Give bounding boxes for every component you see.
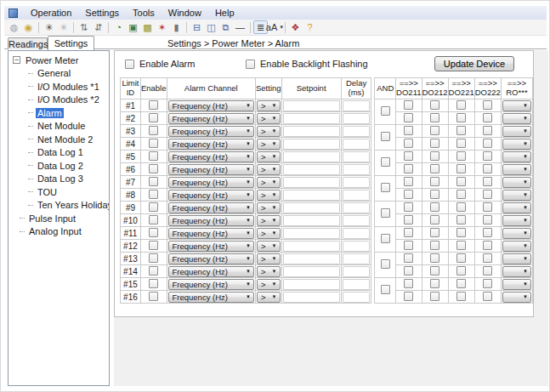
alarm-channel-select[interactable]: Frequency (Hz)▼ — [168, 292, 254, 303]
setpoint-input[interactable] — [283, 139, 340, 150]
expand-arrows-icon[interactable]: ⇵ — [91, 20, 105, 34]
do222-checkbox[interactable] — [483, 139, 492, 148]
do222-checkbox[interactable] — [483, 202, 492, 212]
delay-input[interactable] — [343, 164, 371, 175]
alarm-channel-select[interactable]: Frequency (Hz)▼ — [168, 190, 254, 201]
do211-checkbox[interactable] — [404, 190, 413, 199]
delay-input[interactable] — [343, 292, 371, 303]
split-horizontal-icon[interactable]: ⊟ — [190, 20, 204, 34]
do221-checkbox[interactable] — [456, 164, 466, 173]
setpoint-input[interactable] — [283, 190, 340, 201]
setpoint-input[interactable] — [283, 279, 340, 290]
do212-checkbox[interactable] — [430, 241, 439, 250]
tree-item-power-meter[interactable]: −Power Meter — [9, 54, 109, 67]
do221-checkbox[interactable] — [456, 215, 466, 224]
setting-select[interactable]: >▼ — [257, 100, 281, 111]
ro-select[interactable]: ▼ — [502, 151, 531, 162]
do212-checkbox[interactable] — [430, 279, 439, 288]
ro-select[interactable]: ▼ — [502, 279, 531, 290]
enable-checkbox[interactable] — [149, 202, 158, 212]
alarm-channel-select[interactable]: Frequency (Hz)▼ — [168, 241, 254, 252]
ro-select[interactable]: ▼ — [502, 164, 531, 175]
delay-input[interactable] — [343, 113, 371, 124]
do211-checkbox[interactable] — [404, 113, 413, 122]
setting-select[interactable]: >▼ — [257, 151, 281, 162]
setpoint-input[interactable] — [283, 164, 340, 175]
do221-checkbox[interactable] — [456, 100, 466, 110]
enable-checkbox[interactable] — [149, 253, 158, 263]
menu-item-tools[interactable]: Tools — [126, 7, 162, 19]
do221-checkbox[interactable] — [456, 151, 466, 161]
delay-input[interactable] — [343, 151, 371, 162]
do212-checkbox[interactable] — [430, 190, 439, 199]
enable-checkbox[interactable] — [149, 266, 158, 276]
help-icon[interactable]: ? — [303, 20, 317, 34]
alarm-channel-select[interactable]: Frequency (Hz)▼ — [168, 100, 254, 111]
tree-item-i-o-modules-1[interactable]: I/O Modules *1 — [9, 80, 109, 94]
and-checkbox[interactable] — [381, 132, 390, 141]
enable-backlight-flashing-checkbox[interactable]: Enable Backlight Flashing — [246, 59, 368, 69]
do212-checkbox[interactable] — [430, 151, 439, 161]
manual-icon[interactable]: ❖ — [288, 20, 303, 34]
do211-checkbox[interactable] — [404, 292, 413, 301]
do221-checkbox[interactable] — [456, 139, 466, 148]
delay-input[interactable] — [343, 253, 371, 264]
ro-select[interactable]: ▼ — [502, 177, 531, 188]
setting-select[interactable]: >▼ — [257, 215, 281, 226]
do222-checkbox[interactable] — [483, 126, 492, 135]
ro-select[interactable]: ▼ — [502, 253, 531, 264]
do212-checkbox[interactable] — [430, 126, 439, 135]
setpoint-input[interactable] — [283, 126, 340, 137]
do222-checkbox[interactable] — [483, 228, 492, 237]
do212-checkbox[interactable] — [430, 177, 439, 186]
ro-select[interactable]: ▼ — [502, 292, 531, 303]
do222-checkbox[interactable] — [483, 241, 492, 250]
and-checkbox[interactable] — [381, 157, 390, 167]
setting-select[interactable]: >▼ — [257, 279, 281, 290]
do212-checkbox[interactable] — [430, 228, 439, 237]
setting-select[interactable]: >▼ — [257, 292, 281, 303]
tree-item-data-log-3[interactable]: Data Log 3 — [9, 173, 109, 186]
tree-item-net-module[interactable]: Net Module — [9, 120, 109, 134]
do222-checkbox[interactable] — [483, 215, 492, 224]
enable-checkbox[interactable] — [149, 292, 158, 301]
do211-checkbox[interactable] — [404, 228, 413, 237]
alarm-channel-select[interactable]: Frequency (Hz)▼ — [168, 113, 254, 124]
setpoint-input[interactable] — [283, 177, 340, 188]
do222-checkbox[interactable] — [483, 292, 492, 301]
alarm-channel-select[interactable]: Frequency (Hz)▼ — [168, 151, 254, 162]
enable-checkbox[interactable] — [149, 164, 158, 173]
enable-checkbox[interactable] — [149, 113, 158, 122]
delay-input[interactable] — [343, 139, 371, 150]
do222-checkbox[interactable] — [483, 177, 492, 186]
enable-checkbox[interactable] — [149, 241, 158, 250]
do222-checkbox[interactable] — [483, 253, 492, 263]
setpoint-input[interactable] — [283, 215, 340, 226]
enable-backlight-flashing-checkbox-box[interactable] — [246, 60, 255, 69]
setpoint-input[interactable] — [283, 228, 340, 239]
minimize-icon[interactable]: — — [233, 20, 247, 34]
do221-checkbox[interactable] — [456, 253, 466, 263]
enable-checkbox[interactable] — [149, 100, 158, 110]
tree-item-pulse-input[interactable]: Pulse Input — [9, 212, 109, 225]
do212-checkbox[interactable] — [430, 113, 439, 122]
enable-checkbox[interactable] — [149, 139, 158, 148]
delay-input[interactable] — [343, 126, 371, 137]
alarm-channel-select[interactable]: Frequency (Hz)▼ — [168, 126, 254, 137]
setpoint-input[interactable] — [283, 202, 340, 213]
delay-input[interactable] — [343, 279, 371, 290]
setpoint-input[interactable] — [283, 151, 340, 162]
alarm-channel-select[interactable]: Frequency (Hz)▼ — [168, 279, 254, 290]
do222-checkbox[interactable] — [483, 190, 492, 199]
setpoint-input[interactable] — [283, 241, 340, 252]
ro-select[interactable]: ▼ — [502, 100, 531, 111]
enable-checkbox[interactable] — [149, 126, 158, 135]
and-checkbox[interactable] — [381, 106, 390, 116]
ro-select[interactable]: ▼ — [502, 215, 531, 226]
do221-checkbox[interactable] — [456, 292, 466, 301]
do212-checkbox[interactable] — [430, 292, 439, 301]
and-checkbox[interactable] — [381, 259, 390, 269]
do222-checkbox[interactable] — [483, 164, 492, 173]
do212-checkbox[interactable] — [430, 139, 439, 148]
clock-icon[interactable]: ◔ — [111, 20, 126, 34]
